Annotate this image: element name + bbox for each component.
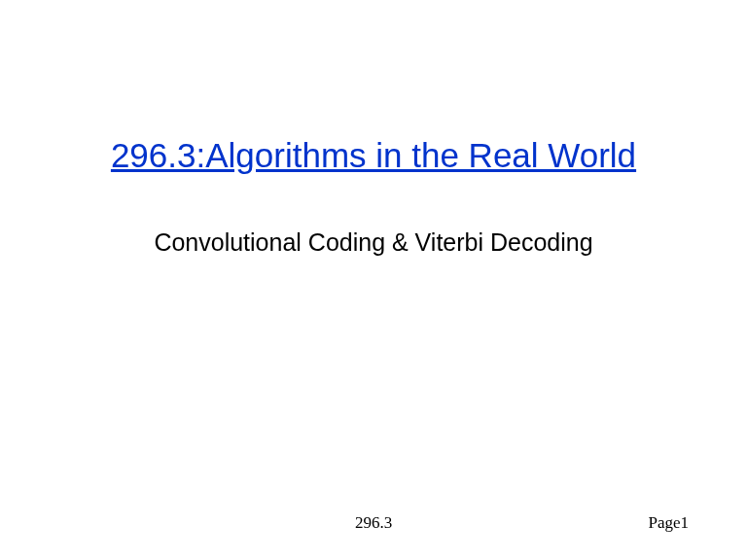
- slide-subtitle: Convolutional Coding & Viterbi Decoding: [49, 228, 698, 257]
- footer-course-number: 296.3: [355, 513, 392, 533]
- slide-footer: 296.3 Page1: [0, 513, 747, 533]
- footer-page-number: Page1: [648, 513, 689, 533]
- slide-container: 296.3:Algorithms in the Real World Convo…: [0, 0, 747, 560]
- slide-title: 296.3:Algorithms in the Real World: [49, 136, 698, 175]
